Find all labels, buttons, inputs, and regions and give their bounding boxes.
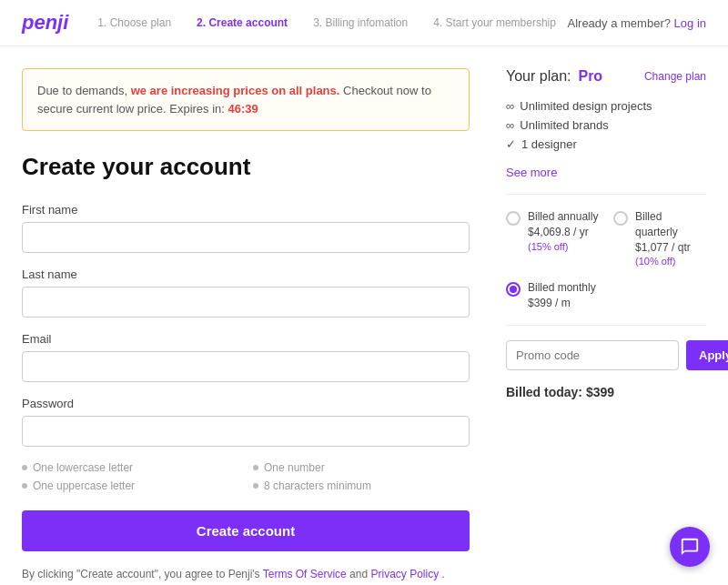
radio-annually[interactable] <box>506 211 521 226</box>
billing-options: Billed annually $4,069.8 / yr (15% off) … <box>506 209 706 310</box>
last-name-input[interactable] <box>22 287 470 318</box>
plan-name: Pro <box>578 68 602 85</box>
radio-quarterly[interactable] <box>613 211 628 226</box>
terms-link[interactable]: Terms Of Service <box>263 568 347 580</box>
password-input[interactable] <box>22 416 470 447</box>
feature-icon-2: ✓ <box>506 137 516 151</box>
alert-timer: 46:39 <box>228 102 258 116</box>
billing-price-monthly: $399 / m <box>528 296 596 311</box>
login-link[interactable]: Log in <box>674 16 706 30</box>
step-3: 3. Billing infomation <box>313 16 408 29</box>
billed-today-amount: $399 <box>586 385 614 399</box>
terms-and: and <box>349 568 368 580</box>
billing-option-quarterly[interactable]: Billed quarterly $1,077 / qtr (10% off) <box>613 209 706 269</box>
billed-today-label: Billed today: <box>506 385 582 399</box>
already-member-text: Already a member? Log in <box>568 16 707 30</box>
billing-info-quarterly: Billed quarterly $1,077 / qtr (10% off) <box>635 209 706 269</box>
chat-button[interactable] <box>670 527 710 567</box>
plan-features: ∞ Unlimited design projects ∞ Unlimited … <box>506 99 706 151</box>
alert-highlight: we are increasing prices on all plans. <box>131 84 340 97</box>
alert-expires-label: Expires in: <box>169 102 225 116</box>
see-more-link[interactable]: See more <box>506 166 706 179</box>
apply-button[interactable]: Apply <box>686 340 728 370</box>
billing-divider <box>506 194 706 195</box>
logo: penji <box>22 11 68 35</box>
plan-header: Your plan: Pro Change plan <box>506 68 706 85</box>
email-group: Email <box>22 332 470 382</box>
steps: 1. Choose plan 2. Create account 3. Bill… <box>97 16 567 29</box>
hint-text-2: One number <box>264 461 325 474</box>
promo-divider <box>506 325 706 326</box>
radio-inner-monthly <box>510 286 517 293</box>
first-name-label: First name <box>22 203 470 217</box>
feature-icon-0: ∞ <box>506 99 514 113</box>
billing-option-monthly[interactable]: Billed monthly $399 / m <box>506 280 706 311</box>
terms-period: . <box>442 568 445 580</box>
billing-label-annually: Billed annually <box>528 209 598 225</box>
feature-text-2: 1 designer <box>521 137 577 151</box>
promo-row: Apply <box>506 340 706 370</box>
hint-dot-1 <box>22 465 27 470</box>
feature-item-2: ✓ 1 designer <box>506 137 706 151</box>
chat-icon <box>680 537 700 557</box>
terms-before: By clicking "Create account", you agree … <box>22 568 260 580</box>
feature-text-1: Unlimited brands <box>520 118 609 132</box>
password-hints: One lowercase letter One number One uppe… <box>22 461 470 492</box>
billing-option-annually[interactable]: Billed annually $4,069.8 / yr (15% off) <box>506 209 599 269</box>
last-name-group: Last name <box>22 267 470 318</box>
billing-info-annually: Billed annually $4,069.8 / yr (15% off) <box>528 209 598 254</box>
privacy-link[interactable]: Privacy Policy <box>370 568 439 580</box>
billed-today: Billed today: $399 <box>506 385 706 399</box>
billing-label-quarterly: Billed quarterly <box>635 209 706 240</box>
billing-label-monthly: Billed monthly <box>528 280 596 296</box>
feature-text-0: Unlimited design projects <box>520 99 652 113</box>
email-label: Email <box>22 332 470 346</box>
billing-row-1: Billed annually $4,069.8 / yr (15% off) … <box>506 209 706 269</box>
feature-item-0: ∞ Unlimited design projects <box>506 99 706 113</box>
create-account-button[interactable]: Create account <box>22 510 470 551</box>
header: penji 1. Choose plan 2. Create account 3… <box>0 0 728 46</box>
hint-dot-3 <box>22 483 27 489</box>
feature-icon-1: ∞ <box>506 118 514 132</box>
email-input[interactable] <box>22 351 470 382</box>
hint-text-4: 8 characters minimum <box>264 479 371 492</box>
last-name-label: Last name <box>22 267 470 281</box>
radio-monthly[interactable] <box>506 282 521 297</box>
terms-text: By clicking "Create account", you agree … <box>22 566 470 582</box>
hint-text-1: One lowercase letter <box>33 461 133 474</box>
billing-price-quarterly: $1,077 / qtr <box>635 240 706 256</box>
feature-item-1: ∞ Unlimited brands <box>506 118 706 132</box>
step-1: 1. Choose plan <box>97 16 171 29</box>
hint-text-3: One uppercase letter <box>33 479 135 492</box>
form-section: Due to demands, we are increasing prices… <box>22 68 470 582</box>
hint-number: One number <box>253 461 470 474</box>
password-label: Password <box>22 397 470 410</box>
main-content: Due to demands, we are increasing prices… <box>0 46 728 585</box>
plan-section: Your plan: Pro Change plan ∞ Unlimited d… <box>506 68 706 582</box>
step-4: 4. Start your membership <box>433 16 556 29</box>
promo-input[interactable] <box>506 340 679 370</box>
hint-dot-4 <box>253 483 258 489</box>
change-plan-link[interactable]: Change plan <box>644 70 706 83</box>
first-name-group: First name <box>22 203 470 253</box>
billing-price-annually: $4,069.8 / yr <box>528 225 598 240</box>
hint-chars: 8 characters minimum <box>253 479 470 492</box>
billing-discount-quarterly: (10% off) <box>635 255 706 268</box>
alert-text-before: Due to demands, <box>37 84 127 97</box>
first-name-input[interactable] <box>22 222 470 253</box>
hint-uppercase: One uppercase letter <box>22 479 238 492</box>
billing-row-2: Billed monthly $399 / m <box>506 280 706 311</box>
billing-info-monthly: Billed monthly $399 / m <box>528 280 596 311</box>
step-2: 2. Create account <box>197 16 288 29</box>
billing-discount-annually: (15% off) <box>528 240 598 254</box>
form-title: Create your account <box>22 153 470 181</box>
hint-lowercase: One lowercase letter <box>22 461 238 474</box>
hint-dot-2 <box>253 465 258 470</box>
alert-box: Due to demands, we are increasing prices… <box>22 68 470 131</box>
password-group: Password <box>22 397 470 447</box>
your-plan-label: Your plan: <box>506 68 571 85</box>
